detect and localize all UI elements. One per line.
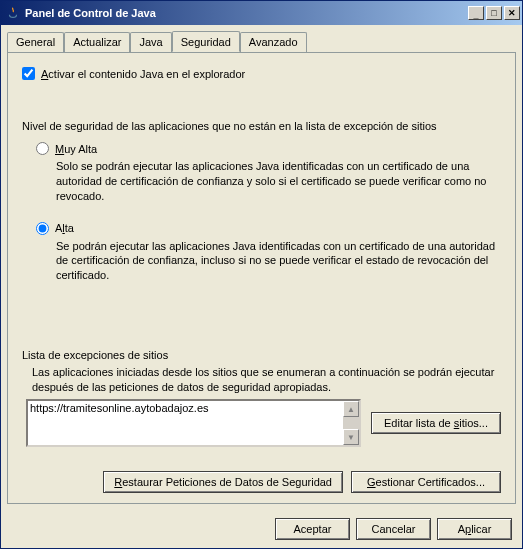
restore-prompts-button[interactable]: Restaurar Peticiones de Datos de Segurid… (103, 471, 343, 493)
site-list-heading: Lista de excepciones de sitios (22, 349, 501, 361)
mid-button-row: Restaurar Peticiones de Datos de Segurid… (22, 471, 501, 493)
site-list-desc: Las aplicaciones iniciadas desde los sit… (22, 365, 501, 395)
manage-certificates-button[interactable]: Gestionar Certificados... (351, 471, 501, 493)
site-list-item[interactable]: https://tramitesonline.aytobadajoz.es (28, 401, 359, 415)
site-list-row: https://tramitesonline.aytobadajoz.es ▲ … (22, 399, 501, 447)
titlebar: Panel de Control de Java _ □ ✕ (1, 1, 522, 25)
tab-actualizar[interactable]: Actualizar (64, 32, 130, 53)
very-high-radio[interactable] (36, 142, 49, 155)
high-desc: Se podrán ejecutar las aplicaciones Java… (36, 239, 501, 284)
very-high-block: Muy Alta Solo se podrán ejecutar las apl… (22, 142, 501, 204)
enable-java-checkbox[interactable] (22, 67, 35, 80)
ok-button[interactable]: Aceptar (275, 518, 350, 540)
java-control-panel-window: Panel de Control de Java _ □ ✕ General A… (0, 0, 523, 549)
very-high-desc: Solo se podrán ejecutar las aplicaciones… (36, 159, 501, 204)
enable-java-label: Activar el contenido Java en el explorad… (41, 68, 245, 80)
site-list-box[interactable]: https://tramitesonline.aytobadajoz.es ▲ … (26, 399, 361, 447)
security-level-heading: Nivel de seguridad de las aplicaciones q… (22, 120, 501, 132)
minimize-button[interactable]: _ (468, 6, 484, 20)
high-row[interactable]: Alta (36, 222, 501, 235)
security-panel: Activar el contenido Java en el explorad… (7, 52, 516, 504)
high-radio[interactable] (36, 222, 49, 235)
tab-seguridad[interactable]: Seguridad (172, 31, 240, 52)
very-high-label: Muy Alta (55, 143, 97, 155)
tabstrip: General Actualizar Java Seguridad Avanza… (1, 25, 522, 52)
very-high-row[interactable]: Muy Alta (36, 142, 501, 155)
enable-java-row[interactable]: Activar el contenido Java en el explorad… (22, 67, 501, 80)
tab-java[interactable]: Java (130, 32, 171, 53)
maximize-button[interactable]: □ (486, 6, 502, 20)
close-button[interactable]: ✕ (504, 6, 520, 20)
tab-general[interactable]: General (7, 32, 64, 53)
scroll-down-icon[interactable]: ▼ (343, 429, 359, 445)
edit-site-list-button[interactable]: Editar lista de sitios... (371, 412, 501, 434)
high-label: Alta (55, 222, 74, 234)
high-block: Alta Se podrán ejecutar las aplicaciones… (22, 222, 501, 284)
java-icon (5, 5, 21, 21)
dialog-button-bar: Aceptar Cancelar Aplicar (1, 510, 522, 548)
window-title: Panel de Control de Java (25, 7, 466, 19)
tab-avanzado[interactable]: Avanzado (240, 32, 307, 53)
cancel-button[interactable]: Cancelar (356, 518, 431, 540)
scroll-up-icon[interactable]: ▲ (343, 401, 359, 417)
scrollbar[interactable]: ▲ ▼ (343, 401, 359, 445)
apply-button[interactable]: Aplicar (437, 518, 512, 540)
